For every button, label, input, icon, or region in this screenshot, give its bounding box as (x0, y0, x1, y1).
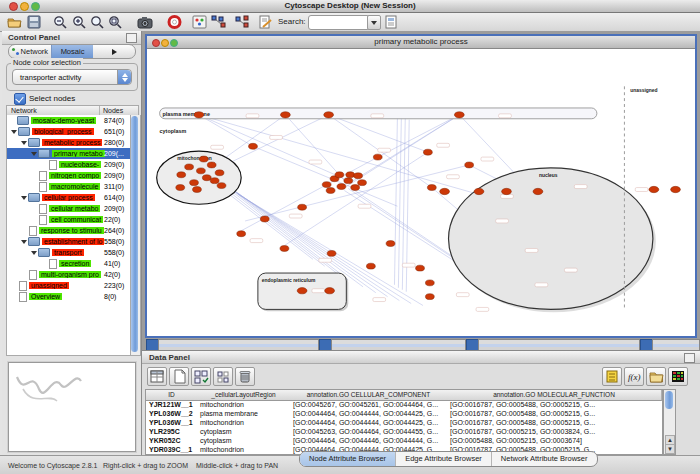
cell-id[interactable]: YDR039C__1 (146, 445, 197, 454)
tree-label: biological_process (32, 128, 94, 135)
cell-id[interactable]: YPL036W__2 (146, 409, 197, 418)
heatmap-icon[interactable] (668, 367, 688, 386)
tab-network[interactable]: Network (9, 45, 51, 58)
zoom-selected-icon[interactable] (108, 15, 123, 29)
help-lifesaver-icon[interactable] (167, 15, 182, 29)
scroll-down-icon[interactable]: ▼ (665, 444, 675, 454)
import-attributes-folder-icon[interactable] (646, 367, 666, 386)
zoom-in-icon[interactable] (72, 15, 87, 29)
cell-region[interactable]: cytoplasm (197, 427, 290, 436)
search-input[interactable] (308, 15, 370, 30)
tree-row[interactable]: transport558(0) (7, 247, 131, 258)
node-color-select[interactable]: transporter activity (12, 69, 132, 85)
expander-icon[interactable] (20, 141, 28, 145)
expander-icon[interactable] (30, 152, 38, 156)
tab-network-attribute-browser[interactable]: Network Attribute Browser (491, 452, 597, 466)
scrollbar-thumb[interactable] (665, 391, 673, 409)
node-count: 651(0) (104, 128, 124, 135)
vizmapper-icon[interactable] (192, 15, 207, 29)
save-icon[interactable] (27, 15, 42, 29)
cell-function[interactable]: [GO:0016787, GO:0005488, GO:0005215, G..… (447, 400, 661, 409)
node-count: 280(0) (104, 139, 124, 146)
cell-region[interactable]: plasma membrane (197, 409, 290, 418)
layout-all-icon[interactable] (235, 15, 250, 29)
cell-component[interactable]: [GO:0044464, GO:0044444, GO:0044425, G..… (290, 409, 447, 418)
cell-function[interactable]: [GO:0016787, GO:0005215, GO:0003824, G..… (447, 427, 661, 436)
data-panel-header: Data Panel (142, 351, 700, 364)
expander-icon[interactable] (30, 251, 38, 255)
tree-scrollbar[interactable] (130, 115, 141, 356)
cell-id[interactable]: YPL036W__1 (146, 418, 197, 427)
tree-row-selected[interactable]: primary metabo209(... (7, 148, 131, 159)
unselect-attributes-icon[interactable] (213, 367, 233, 386)
network-canvas[interactable]: plasma membrane cytoplasm mitochondrion … (147, 49, 695, 332)
float-panel-icon[interactable] (126, 33, 137, 43)
cell-region[interactable]: mitochondrion (197, 400, 290, 409)
tree-row[interactable]: secretion41(0) (7, 258, 131, 269)
attribute-table-icon[interactable] (147, 367, 167, 386)
tab-mosaic[interactable]: Mosaic (51, 45, 94, 58)
tree-row[interactable]: response to stimulu264(0) (7, 225, 131, 236)
cell-function[interactable]: [GO:0005488, GO:0005215, GO:0003674] (447, 436, 661, 445)
expander-icon[interactable] (10, 130, 18, 134)
cell-component[interactable]: [GO:0044464, GO:0044444, GO:0044425, G..… (290, 418, 447, 427)
tree-row[interactable]: biological_process651(0) (7, 126, 131, 137)
cell-region[interactable]: mitochondrion (197, 418, 290, 427)
search-dropdown-button[interactable] (367, 15, 381, 30)
tree-label: transport (52, 249, 84, 256)
cell-component[interactable]: [GO:0044464, GO:0044446, GO:0044444, G..… (290, 436, 447, 445)
tree-row[interactable]: cellular process614(0) (7, 192, 131, 203)
attribute-list-icon[interactable] (602, 367, 622, 386)
cell-region[interactable]: mitochondrion (197, 445, 290, 454)
node-count: 42(0) (104, 271, 120, 278)
layout-selected-icon[interactable] (211, 15, 226, 29)
formula-builder-icon[interactable]: f(x) (624, 367, 644, 386)
cell-component[interactable]: [GO:0045263, GO:0044464, GO:0044455, G..… (290, 427, 447, 436)
tree-row[interactable]: macromolecule311(0) (7, 181, 131, 192)
network-window-titlebar[interactable]: primary metabolic process (147, 36, 695, 49)
node-count: 209(0) (104, 205, 124, 212)
tab-overflow-arrow-icon[interactable] (93, 45, 135, 58)
tree-row[interactable]: nucleobase-209(0) (7, 159, 131, 170)
tree-row[interactable]: nitrogen compo209(0) (7, 170, 131, 181)
tab-edge-attribute-browser[interactable]: Edge Attribute Browser (395, 452, 491, 466)
select-nodes-checkbox[interactable] (14, 93, 26, 105)
snapshot-camera-icon[interactable] (137, 15, 152, 29)
scrollbar-thumb[interactable] (131, 116, 138, 352)
float-panel-icon[interactable] (684, 353, 695, 363)
cell-id[interactable]: YLR295C (146, 427, 197, 436)
cell-function[interactable]: [GO:0016787, GO:0005488, GO:0005215, G..… (447, 418, 661, 427)
annotation-icon[interactable] (258, 15, 273, 29)
cell-id[interactable]: YKR052C (146, 436, 197, 445)
node-count: 311(0) (104, 183, 124, 190)
endoplasmic-reticulum-label: endoplasmic reticulum (262, 278, 316, 283)
tree-row[interactable]: cell communicat22(0) (7, 214, 131, 225)
search-options-icon[interactable] (384, 15, 399, 29)
expander-icon[interactable] (20, 240, 28, 244)
birdseye-view[interactable] (8, 362, 136, 452)
cell-id[interactable]: YJR121W__1 (146, 400, 197, 409)
cell-region[interactable]: cytoplasm (197, 436, 290, 445)
new-attribute-icon[interactable] (169, 367, 189, 386)
node-count: 558(0) (104, 249, 124, 256)
table-scrollbar[interactable]: ▲ ▼ (663, 389, 676, 455)
cell-function[interactable]: [GO:0016787, GO:0005488, GO:0005215, G..… (447, 409, 661, 418)
tree-row[interactable]: Overview8(0) (7, 291, 131, 302)
open-folder-icon[interactable] (7, 15, 22, 29)
tree-label: primary metabo (52, 150, 105, 157)
expander-icon[interactable] (20, 196, 28, 200)
tree-row[interactable]: establishment of lo558(0) (7, 236, 131, 247)
cell-component[interactable]: [GO:0045267, GO:0045261, GO:0044464, G..… (290, 400, 447, 409)
tree-row[interactable]: cellular metabo209(0) (7, 203, 131, 214)
tree-row[interactable]: mosaic-demo-yeast874(0) (7, 115, 131, 126)
zoom-fit-icon[interactable] (90, 15, 105, 29)
select-attributes-icon[interactable] (191, 367, 211, 386)
tree-row[interactable]: unassigned223(0) (7, 280, 131, 291)
tree-row[interactable]: metabolic process280(0) (7, 137, 131, 148)
tab-node-attribute-browser[interactable]: Node Attribute Browser (300, 452, 395, 466)
network-tab-icon (12, 48, 19, 55)
tree-row[interactable]: multi-organism pro42(0) (7, 269, 131, 280)
zoom-out-icon[interactable] (53, 15, 68, 29)
network-view-window: primary metabolic process (145, 34, 697, 338)
delete-attribute-trash-icon[interactable] (235, 367, 255, 386)
